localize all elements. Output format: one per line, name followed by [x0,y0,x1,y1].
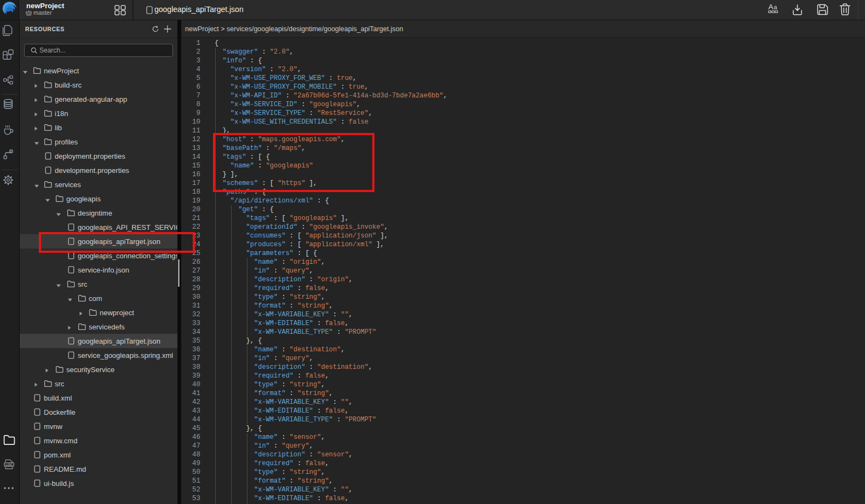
svg-text:A: A [769,3,774,11]
svg-text:LOG: LOG [5,462,12,466]
svg-text:a: a [774,4,777,10]
